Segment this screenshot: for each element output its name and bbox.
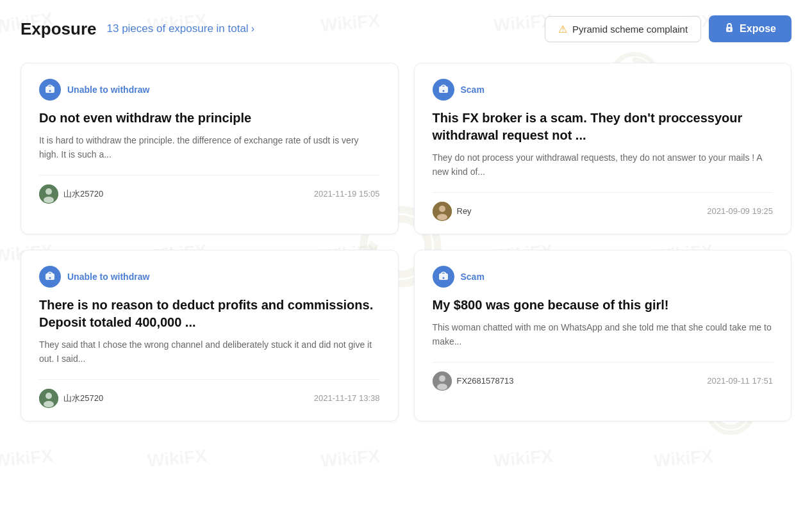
card-1-date: 2021-11-19 15:05 (314, 189, 380, 199)
svg-point-16 (44, 197, 54, 203)
card-1-author-name: 山水25720 (63, 188, 103, 200)
svg-point-28 (442, 277, 444, 279)
card-1: Unable to withdraw Do not even withdraw … (21, 63, 399, 234)
card-2-tag-label: Scam (461, 85, 485, 95)
page-title: Exposure (21, 19, 97, 39)
svg-point-15 (46, 188, 52, 195)
card-3-author: 山水25720 (39, 389, 103, 408)
svg-point-13 (49, 90, 51, 92)
card-2: Scam This FX broker is a scam. They don'… (414, 63, 792, 234)
warning-icon: ⚠ (558, 23, 567, 35)
lock-icon (724, 22, 734, 35)
card-3-body: They said that I chose the wrong channel… (39, 338, 380, 366)
chevron-icon: › (251, 23, 254, 35)
svg-point-18 (442, 90, 444, 92)
card-1-title: Do not even withdraw the principle (39, 110, 380, 127)
card-1-footer: 山水25720 2021-11-19 15:05 (39, 175, 380, 204)
cards-grid: Unable to withdraw Do not even withdraw … (21, 63, 791, 421)
card-1-tag-icon (39, 79, 61, 101)
card-3: Unable to withdraw There is no reason to… (21, 250, 399, 421)
svg-point-20 (439, 206, 445, 212)
card-2-title: This FX broker is a scam. They don't pro… (433, 110, 774, 144)
card-3-tag-row: Unable to withdraw (39, 266, 380, 288)
svg-point-25 (46, 393, 52, 399)
card-4-tag-icon (433, 266, 454, 288)
card-4-tag-row: Scam (433, 266, 774, 288)
card-4: Scam My $800 was gone because of this gi… (414, 250, 792, 421)
svg-point-31 (437, 384, 447, 390)
card-2-footer: Rey 2021-09-09 19:25 (433, 192, 774, 221)
svg-point-30 (439, 375, 445, 382)
card-2-body: They do not process your withdrawal requ… (433, 151, 774, 179)
card-4-author-name: FX2681578713 (457, 376, 514, 386)
header-left: Exposure 13 pieces of exposure in total … (21, 19, 254, 39)
header-row: Exposure 13 pieces of exposure in total … (21, 15, 791, 42)
card-3-tag-label: Unable to withdraw (67, 272, 149, 282)
header-right: ⚠ Pyramid scheme complaint Expose (545, 15, 791, 42)
card-4-footer: FX2681578713 2021-09-11 17:51 (433, 362, 774, 391)
svg-point-21 (437, 214, 447, 220)
card-2-tag-icon (433, 79, 454, 101)
card-3-date: 2021-11-17 13:38 (314, 393, 380, 403)
exposure-count-link[interactable]: 13 pieces of exposure in total › (107, 22, 254, 35)
card-3-author-name: 山水25720 (63, 393, 103, 404)
card-2-author-name: Rey (457, 206, 472, 216)
card-4-body: This woman chatted with me on WhatsApp a… (433, 320, 774, 349)
card-4-date: 2021-09-11 17:51 (707, 376, 773, 386)
card-3-title: There is no reason to deduct profits and… (39, 297, 380, 331)
card-1-tag-row: Unable to withdraw (39, 79, 380, 101)
svg-point-11 (729, 29, 731, 31)
svg-point-26 (44, 401, 54, 407)
card-4-author: FX2681578713 (433, 371, 514, 391)
card-4-title: My $800 was gone because of this girl! (433, 297, 774, 314)
avatar-4 (433, 371, 452, 391)
avatar-3 (39, 389, 58, 408)
card-3-footer: 山水25720 2021-11-17 13:38 (39, 379, 380, 408)
card-3-tag-icon (39, 266, 61, 288)
avatar-1 (39, 184, 58, 204)
expose-button[interactable]: Expose (709, 15, 791, 42)
card-4-tag-label: Scam (461, 272, 485, 282)
svg-point-23 (49, 277, 51, 279)
card-2-tag-row: Scam (433, 79, 774, 101)
card-1-body: It is hard to withdraw the principle. th… (39, 133, 380, 162)
card-1-author: 山水25720 (39, 184, 103, 204)
card-2-date: 2021-09-09 19:25 (707, 206, 773, 216)
card-2-author: Rey (433, 202, 472, 221)
card-1-tag-label: Unable to withdraw (67, 85, 149, 95)
pyramid-complaint-button[interactable]: ⚠ Pyramid scheme complaint (545, 16, 701, 42)
avatar-2 (433, 202, 452, 221)
